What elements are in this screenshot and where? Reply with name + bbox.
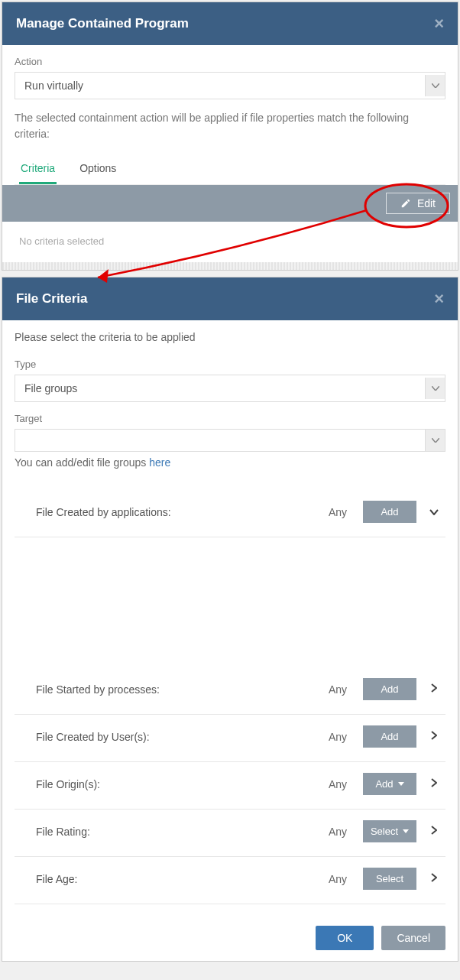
manage-titlebar: Manage Contained Program × — [2, 2, 458, 45]
close-icon[interactable]: × — [434, 289, 444, 309]
row-label: File Rating: — [15, 826, 313, 838]
chevron-right-icon[interactable] — [423, 683, 445, 695]
tab-options[interactable]: Options — [78, 156, 118, 184]
row-file-started-by-processes: File Started by processes: Any Add — [15, 667, 445, 715]
edit-button[interactable]: Edit — [386, 193, 450, 214]
chevron-right-icon[interactable] — [423, 826, 445, 837]
close-icon[interactable]: × — [434, 14, 444, 34]
type-select[interactable]: File groups — [15, 375, 445, 402]
target-label: Target — [15, 413, 445, 424]
pencil-icon — [400, 198, 411, 209]
select-dropdown-button[interactable]: Select — [363, 820, 416, 842]
select-button[interactable]: Select — [363, 868, 416, 890]
torn-edge — [2, 262, 458, 270]
row-label: File Started by processes: — [15, 683, 313, 696]
filegroups-here-link[interactable]: here — [149, 456, 170, 469]
ok-button[interactable]: OK — [316, 926, 374, 950]
manage-description: The selected containment action will be … — [15, 110, 445, 142]
filegroups-hint-text: You can add/edit file groups — [15, 456, 149, 469]
chevron-right-icon[interactable] — [423, 873, 445, 884]
type-label: Type — [15, 359, 445, 370]
filegroups-hint: You can add/edit file groups here — [15, 456, 445, 469]
tabs: Criteria Options — [15, 156, 445, 185]
no-criteria-text: No criteria selected — [15, 222, 445, 251]
row-file-created-by-apps: File Created by applications: Any Add — [15, 490, 445, 537]
filecriteria-title: File Criteria — [16, 291, 88, 307]
action-label: Action — [15, 56, 445, 67]
criteria-toolbar: Edit — [2, 185, 458, 222]
caret-down-icon — [403, 829, 409, 833]
chevron-down-icon — [425, 430, 445, 451]
dialog-footer: OK Cancel — [2, 915, 458, 961]
caret-down-icon — [398, 782, 404, 786]
add-button[interactable]: Add — [363, 678, 416, 700]
chevron-right-icon[interactable] — [423, 778, 445, 790]
file-criteria-dialog: File Criteria × Please select the criter… — [2, 277, 458, 962]
row-any: Any — [319, 506, 357, 518]
chevron-down-icon[interactable] — [423, 506, 445, 518]
manage-contained-program-dialog: Manage Contained Program × Action Run vi… — [2, 2, 458, 271]
type-select-value: File groups — [24, 382, 77, 394]
edit-button-label: Edit — [417, 197, 436, 209]
tab-criteria[interactable]: Criteria — [19, 156, 57, 184]
row-label: File Origin(s): — [15, 778, 313, 790]
add-button[interactable]: Add — [363, 501, 416, 523]
filecriteria-titlebar: File Criteria × — [2, 277, 458, 320]
action-select[interactable]: Run virtually — [15, 72, 445, 99]
chevron-down-icon — [425, 75, 445, 96]
chevron-down-icon — [425, 378, 445, 399]
row-file-rating: File Rating: Any Select — [15, 810, 445, 857]
add-button[interactable]: Add — [363, 725, 416, 748]
action-select-value: Run virtually — [24, 80, 83, 92]
row-label: File Created by applications: — [15, 506, 313, 518]
spacer — [15, 537, 445, 667]
row-file-created-by-users: File Created by User(s): Any Add — [15, 715, 445, 762]
row-any: Any — [319, 683, 357, 696]
chevron-right-icon[interactable] — [423, 731, 445, 742]
filecriteria-instruction: Please select the criteria to be applied — [15, 331, 445, 343]
row-file-origins: File Origin(s): Any Add — [15, 762, 445, 810]
add-dropdown-button[interactable]: Add — [363, 773, 416, 795]
row-label: File Created by User(s): — [15, 731, 313, 743]
target-select[interactable] — [15, 429, 445, 452]
row-any: Any — [319, 731, 357, 743]
row-file-age: File Age: Any Select — [15, 857, 445, 904]
manage-title: Manage Contained Program — [16, 16, 189, 31]
row-any: Any — [319, 826, 357, 838]
row-label: File Age: — [15, 873, 313, 885]
row-any: Any — [319, 873, 357, 885]
cancel-button[interactable]: Cancel — [381, 926, 445, 950]
row-any: Any — [319, 778, 357, 790]
